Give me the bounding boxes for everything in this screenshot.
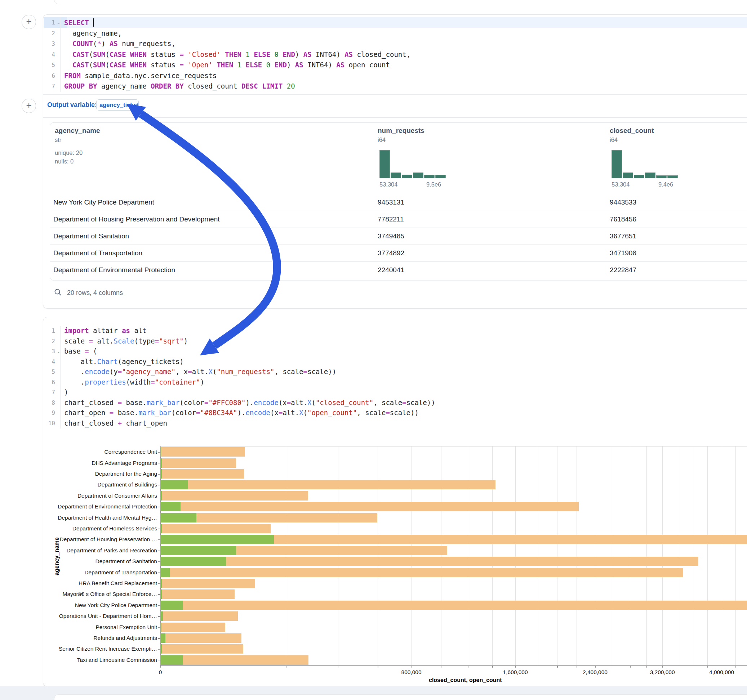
x-axis-minor-tick <box>338 665 339 668</box>
code-line[interactable]: CAST(SUM(CASE WHEN status = 'Open' THEN … <box>64 61 390 69</box>
x-axis-minor-tick <box>492 665 493 668</box>
code-line[interactable]: GROUP BY agency_name ORDER BY closed_cou… <box>64 82 295 90</box>
y-axis-label: Mayorâ€ s Office of Special Enforce… <box>49 591 157 597</box>
x-axis-minor-tick <box>557 665 558 668</box>
line-number: 1 <box>43 19 55 26</box>
y-axis-title: agency_name <box>54 535 60 578</box>
x-axis-minor-tick <box>708 665 708 668</box>
code-line[interactable]: import altair as alt <box>64 327 147 335</box>
open-count-bar <box>160 459 162 468</box>
line-number: 8 <box>43 399 55 406</box>
add-cell-button[interactable]: + <box>22 15 36 29</box>
x-axis-minor-tick <box>630 665 631 668</box>
code-line[interactable]: chart_closed = base.mark_bar(color="#FFC… <box>64 398 435 407</box>
y-axis-label: Department of Consumer Affairs <box>49 493 157 499</box>
previous-cell-edge <box>54 0 747 5</box>
gridline <box>468 447 468 665</box>
code-line[interactable]: alt.Chart(agency_tickets) <box>64 358 184 365</box>
y-axis-label: Refunds and Adjustments <box>49 635 157 641</box>
gridline <box>722 447 722 665</box>
code-line[interactable]: chart_open = base.mark_bar(color="#8BC34… <box>64 409 419 416</box>
gridline <box>378 447 378 665</box>
next-cell-edge <box>54 694 747 700</box>
search-icon[interactable] <box>54 288 62 296</box>
y-axis-label: Department of Health and Mental Hyg… <box>49 514 157 521</box>
table-footer-summary: 20 rows, 4 columns <box>67 289 123 297</box>
line-number: 1 <box>43 327 55 334</box>
column-stat: unique: 20 <box>55 149 83 156</box>
gridline <box>678 447 678 665</box>
closed-count-bar <box>160 491 308 501</box>
closed-count-bar <box>160 557 699 566</box>
table-cell-agency: New York City Police Department <box>53 198 154 206</box>
add-cell-button[interactable]: + <box>22 99 36 113</box>
code-line[interactable]: .properties(width="container") <box>64 378 204 386</box>
closed-count-bar <box>160 524 271 533</box>
column-histogram <box>380 150 448 178</box>
y-axis-label: Department of Sanitation <box>49 558 157 564</box>
gridline <box>411 447 412 665</box>
code-line[interactable]: agency_name, <box>64 29 122 37</box>
gridline <box>286 447 286 665</box>
x-axis-tick <box>160 665 161 668</box>
code-line[interactable]: base = ( <box>64 347 97 355</box>
open-count-bar <box>160 655 183 665</box>
column-type: i64 <box>610 136 618 143</box>
x-axis-minor-tick <box>678 665 679 668</box>
x-axis-minor-tick <box>646 665 647 668</box>
y-axis-label: Correspondence Unit <box>49 449 157 455</box>
line-number: 9 <box>43 409 55 416</box>
table-cell-num-requests: 9453131 <box>378 198 404 206</box>
line-number: 7 <box>43 83 55 90</box>
histogram-bar <box>402 175 412 178</box>
y-axis-label: Department of Parks and Recreation <box>49 547 157 554</box>
line-number: 6 <box>43 379 55 386</box>
code-line[interactable]: scale = alt.Scale(type="sqrt") <box>64 337 188 345</box>
code-line[interactable]: CAST(SUM(CASE WHEN status = 'Closed' THE… <box>64 50 410 58</box>
gridline <box>693 447 693 665</box>
open-count-bar <box>160 535 274 544</box>
line-number: 10 <box>43 420 55 427</box>
column-header[interactable]: closed_count <box>610 127 654 135</box>
closed-count-bar <box>160 480 496 489</box>
table-cell-closed-count: 3471908 <box>610 249 637 257</box>
x-axis-tick-label: 2,400,000 <box>583 669 608 676</box>
histogram-bar <box>634 175 644 178</box>
code-line[interactable]: ) <box>64 388 68 396</box>
closed-count-bar <box>160 459 236 468</box>
table-cell-num-requests: 7782211 <box>378 215 404 223</box>
histogram-max-label: 9.4e6 <box>658 181 673 188</box>
open-count-bar <box>160 623 162 632</box>
column-type: i64 <box>378 136 386 143</box>
y-axis-label: Department of Housing Preservation … <box>49 536 157 543</box>
y-axis-line <box>160 447 161 665</box>
line-number: 2 <box>43 338 55 345</box>
column-header[interactable]: agency_name <box>55 127 100 135</box>
closed-count-bar <box>160 469 244 478</box>
code-line[interactable]: FROM sample_data.nyc.service_requests <box>64 72 216 80</box>
closed-count-bar <box>160 634 242 643</box>
notebook-page: + + 1⌄SELECT 2 agency_name,3 COUNT(*) AS… <box>0 0 747 700</box>
histogram-bar <box>645 172 655 178</box>
column-stat: nulls: 0 <box>55 158 74 165</box>
closed-count-bar <box>160 611 238 621</box>
y-axis-label: Personal Exemption Unit <box>49 624 157 631</box>
table-row-divider <box>50 261 747 262</box>
table-cell-num-requests: 3774892 <box>378 249 404 257</box>
code-line[interactable]: chart_closed + chart_open <box>64 419 167 427</box>
plot-top-border <box>160 446 747 447</box>
code-line[interactable]: SELECT <box>64 18 94 27</box>
x-axis-minor-tick <box>468 665 469 668</box>
y-axis-label: Department of Buildings <box>49 481 157 488</box>
gridline <box>557 447 558 665</box>
table-cell-agency: Department of Sanitation <box>53 232 129 240</box>
gutter-divider <box>60 326 60 428</box>
column-header[interactable]: num_requests <box>378 127 425 135</box>
cell-section-divider <box>43 117 747 118</box>
code-line[interactable]: .encode(y="agency_name", x=alt.X("num_re… <box>64 368 336 376</box>
code-line[interactable]: COUNT(*) AS num_requests, <box>64 39 175 48</box>
gridline <box>613 447 613 665</box>
output-variable-badge[interactable]: agency_tickets <box>96 100 139 110</box>
x-axis-minor-tick <box>613 665 614 668</box>
y-axis-label: Department for the Aging <box>49 471 157 477</box>
